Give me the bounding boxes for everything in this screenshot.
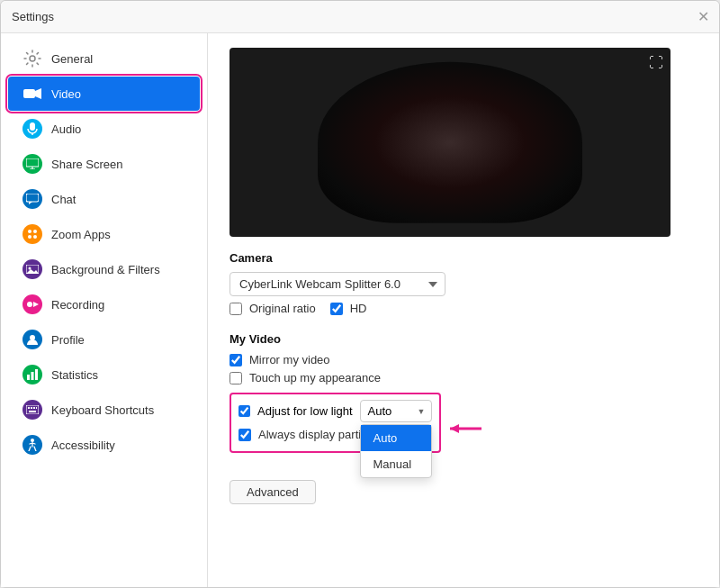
always-display-label: Always display partic [258,428,367,441]
advanced-section: Advanced [230,473,698,504]
option-manual[interactable]: Manual [361,451,431,477]
adjust-highlight-box: Adjust for low light Auto ▼ Auto Manual [230,393,441,453]
original-ratio-label: Original ratio [249,302,316,315]
svg-rect-22 [35,369,38,380]
svg-point-10 [28,230,32,233]
sidebar-label-general: General [51,52,93,66]
sidebar-item-zoom-apps[interactable]: Zoom Apps [8,217,200,251]
svg-marker-9 [29,202,32,204]
video-icon [22,84,42,104]
sidebar-item-video[interactable]: Video [8,77,200,111]
svg-rect-20 [27,375,30,380]
background-icon [22,259,42,279]
camera-preview-visual [318,62,582,223]
chevron-down-icon: ▼ [418,407,426,416]
hd-row: HD [330,302,367,315]
my-video-section: My Video Mirror my video Touch up my app… [230,332,698,458]
sidebar-item-audio[interactable]: Audio [8,112,200,146]
sidebar-label-video: Video [51,87,81,101]
camera-preview: ⛶ [230,48,670,237]
window-title: Settings [12,10,54,23]
adjust-row: Adjust for low light Auto ▼ Auto Manual [238,400,432,422]
sidebar-item-recording[interactable]: Recording [8,287,200,321]
svg-point-12 [28,235,32,239]
mirror-label: Mirror my video [249,353,330,366]
svg-rect-23 [26,405,39,414]
svg-rect-28 [29,411,36,412]
mirror-row: Mirror my video [230,353,698,366]
fullscreen-icon[interactable]: ⛶ [649,55,663,71]
settings-window: Settings ✕ General Video [0,0,720,588]
option-auto[interactable]: Auto [361,425,431,451]
mirror-checkbox[interactable] [230,354,242,366]
sidebar-label-background: Background & Filters [51,263,160,276]
svg-rect-24 [28,407,30,409]
original-ratio-row: Original ratio [230,302,316,315]
adjust-label: Adjust for low light [257,404,353,418]
svg-marker-18 [33,302,39,307]
svg-rect-3 [30,122,35,131]
gear-icon [22,49,42,68]
apps-icon [22,224,42,244]
always-display-checkbox[interactable] [238,429,251,441]
sidebar-item-statistics[interactable]: Statistics [8,357,200,392]
sidebar-label-accessibility: Accessibility [51,439,115,452]
recording-icon [22,294,42,314]
audio-icon [22,119,42,139]
sidebar-item-accessibility[interactable]: Accessibility [8,428,200,462]
my-video-label: My Video [230,332,698,346]
keyboard-icon [22,400,42,420]
touch-up-row: Touch up my appearance [230,371,698,384]
touch-up-checkbox[interactable] [230,372,242,384]
profile-icon [22,330,42,349]
original-ratio-checkbox[interactable] [230,303,242,315]
share-icon [22,154,42,174]
svg-marker-16 [26,269,39,274]
svg-rect-21 [32,372,34,380]
sidebar-label-chat: Chat [51,193,76,206]
adjust-dropdown-value: Auto [368,404,392,418]
hd-checkbox[interactable] [330,303,343,315]
camera-select-row: CyberLink Webcam Splitter 6.0 [230,272,698,296]
sidebar-label-profile: Profile [51,333,85,347]
camera-section-label: Camera [230,251,698,265]
arrow-indicator [446,420,486,440]
svg-marker-31 [450,424,459,433]
adjust-dropdown-container: Auto ▼ Auto Manual [360,400,432,422]
sidebar-item-profile[interactable]: Profile [8,322,200,357]
titlebar: Settings ✕ [1,1,719,33]
chat-icon [22,189,42,209]
svg-rect-27 [36,407,37,409]
advanced-button[interactable]: Advanced [230,480,316,504]
touch-up-label: Touch up my appearance [249,371,381,384]
adjust-checkbox[interactable] [238,405,250,417]
svg-marker-2 [35,88,41,99]
content-area: General Video Audio [1,33,719,587]
svg-point-17 [27,302,32,307]
camera-device-select[interactable]: CyberLink Webcam Splitter 6.0 [230,272,446,296]
adjust-dropdown-menu: Auto Manual [360,424,432,478]
close-button[interactable]: ✕ [698,12,708,23]
stats-icon [22,365,42,384]
adjust-dropdown-trigger[interactable]: Auto ▼ [360,400,432,422]
sidebar-item-chat[interactable]: Chat [8,182,200,216]
access-icon [22,435,42,455]
svg-rect-5 [26,158,39,167]
sidebar-item-share-screen[interactable]: Share Screen [8,147,200,181]
hd-label: HD [350,302,367,315]
sidebar-item-background[interactable]: Background & Filters [8,252,200,286]
svg-rect-1 [23,89,35,98]
main-panel: ⛶ Camera CyberLink Webcam Splitter 6.0 O… [208,33,719,587]
sidebar-label-keyboard: Keyboard Shortcuts [51,403,154,417]
sidebar-label-recording: Recording [51,298,104,312]
svg-point-13 [33,235,37,239]
svg-point-11 [33,230,37,233]
svg-rect-26 [33,407,35,409]
sidebar-label-share: Share Screen [51,158,123,171]
svg-rect-25 [31,407,32,409]
sidebar-item-general[interactable]: General [8,41,200,76]
sidebar-item-keyboard[interactable]: Keyboard Shortcuts [8,393,200,427]
svg-point-0 [30,56,35,61]
sidebar-label-zoom-apps: Zoom Apps [51,228,111,241]
camera-section: Camera CyberLink Webcam Splitter 6.0 Ori… [230,251,698,320]
